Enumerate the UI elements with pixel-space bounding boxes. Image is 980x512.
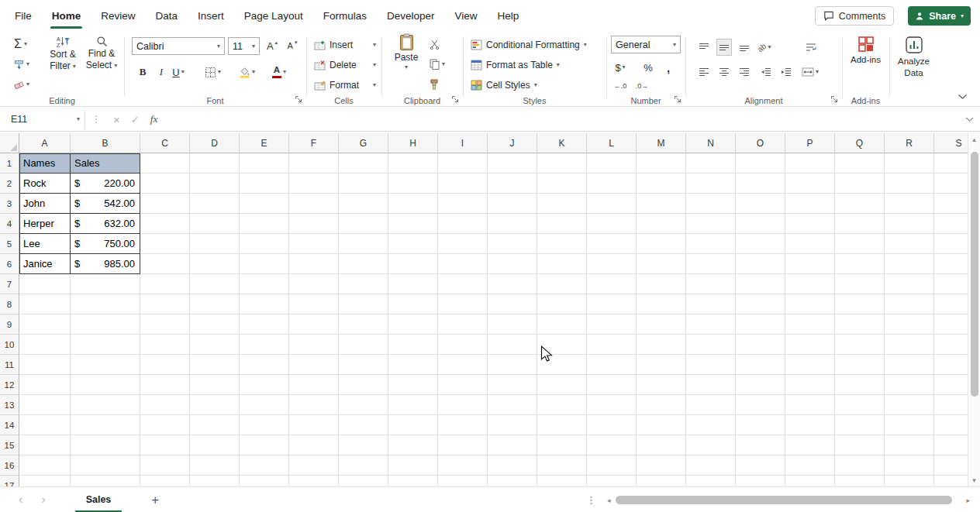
cell-S2[interactable] [934,174,968,194]
cell-D16[interactable] [190,455,240,476]
cell-B2[interactable]: $220.00 [71,174,140,194]
cell-I6[interactable] [438,254,488,274]
cell-J8[interactable] [488,294,537,314]
cell-Q14[interactable] [835,415,885,435]
collapse-ribbon-icon[interactable] [958,94,968,100]
cell-N14[interactable] [686,415,736,435]
cell-J16[interactable] [488,455,537,476]
cell-L1[interactable] [587,153,637,174]
cell-O16[interactable] [736,455,785,476]
cell-O9[interactable] [736,314,785,335]
cell-F13[interactable] [289,395,339,415]
select-all-corner[interactable] [0,133,19,153]
accounting-format-button[interactable]: $ ▾ [612,59,628,76]
scroll-down-icon[interactable]: ▾ [968,474,980,486]
cell-K17[interactable] [537,476,587,486]
row-header-14[interactable]: 14 [0,415,19,435]
cell-O3[interactable] [736,194,785,214]
borders-button[interactable]: ▾ [205,64,221,81]
cell-R13[interactable] [885,395,934,415]
cell-F7[interactable] [289,274,339,294]
cell-C7[interactable] [140,274,190,294]
cell-M5[interactable] [637,234,686,254]
alignment-dialog-launcher-icon[interactable] [830,95,838,103]
cell-A11[interactable] [19,355,71,375]
cell-E10[interactable] [240,335,289,355]
cell-E14[interactable] [240,415,289,435]
conditional-formatting-button[interactable]: Conditional Formatting ▾ [471,36,587,53]
cell-J7[interactable] [488,274,537,294]
cell-H7[interactable] [388,274,438,294]
row-header-3[interactable]: 3 [0,194,19,214]
cell-O2[interactable] [736,174,785,194]
cell-H4[interactable] [388,214,438,234]
cell-C16[interactable] [140,455,190,476]
tab-insert[interactable]: Insert [188,0,234,31]
cell-B3[interactable]: $542.00 [71,194,140,214]
cell-C12[interactable] [140,375,190,395]
align-center-button[interactable] [716,64,732,81]
enter-icon[interactable]: ✓ [131,114,140,125]
cell-D5[interactable] [190,234,240,254]
tab-review[interactable]: Review [91,0,145,31]
cell-N7[interactable] [686,274,736,294]
cell-E17[interactable] [240,476,289,486]
comma-style-button[interactable]: , [661,59,676,76]
cell-G5[interactable] [339,234,388,254]
cell-P14[interactable] [785,415,835,435]
cell-Q16[interactable] [835,455,885,476]
cell-A5[interactable]: Lee [19,234,71,254]
increase-indent-button[interactable] [778,64,794,81]
cell-A12[interactable] [19,375,71,395]
cell-D13[interactable] [190,395,240,415]
cell-C17[interactable] [140,476,190,486]
orientation-button[interactable]: ab ▾ [757,39,772,56]
cell-E3[interactable] [240,194,289,214]
cell-F4[interactable] [289,214,339,234]
cell-P7[interactable] [785,274,835,294]
cell-M10[interactable] [637,335,686,355]
cell-K8[interactable] [537,294,587,314]
cell-I10[interactable] [438,335,488,355]
cell-F3[interactable] [289,194,339,214]
cell-S4[interactable] [934,214,968,234]
cell-K16[interactable] [537,455,587,476]
cell-L8[interactable] [587,294,637,314]
cell-D6[interactable] [190,254,240,274]
cell-B9[interactable] [71,314,140,335]
cell-G12[interactable] [339,375,388,395]
cell-J17[interactable] [488,476,537,486]
cell-K14[interactable] [537,415,587,435]
cell-B7[interactable] [71,274,140,294]
number-dialog-launcher-icon[interactable] [674,95,682,103]
cell-E7[interactable] [240,274,289,294]
cell-O14[interactable] [736,415,785,435]
cell-J4[interactable] [488,214,537,234]
cell-E15[interactable] [240,435,289,455]
column-header-J[interactable]: J [488,133,537,153]
column-header-A[interactable]: A [19,133,71,153]
cell-H8[interactable] [388,294,438,314]
cell-A4[interactable]: Herper [19,214,71,234]
cell-L14[interactable] [587,415,637,435]
format-as-table-button[interactable]: Format as Table ▾ [471,57,560,74]
row-header-9[interactable]: 9 [0,314,19,335]
cell-A3[interactable]: John [19,194,71,214]
cell-A6[interactable]: Janice [19,254,71,274]
cell-G9[interactable] [339,314,388,335]
cell-C10[interactable] [140,335,190,355]
cell-L11[interactable] [587,355,637,375]
cell-A10[interactable] [19,335,71,355]
cell-L13[interactable] [587,395,637,415]
cell-N17[interactable] [686,476,736,486]
cell-J12[interactable] [488,375,537,395]
cell-H12[interactable] [388,375,438,395]
cell-D8[interactable] [190,294,240,314]
cell-E2[interactable] [240,174,289,194]
cell-K5[interactable] [537,234,587,254]
cell-K6[interactable] [537,254,587,274]
column-header-B[interactable]: B [71,133,140,153]
cell-S11[interactable] [934,355,968,375]
column-header-M[interactable]: M [637,133,686,153]
cell-G3[interactable] [339,194,388,214]
